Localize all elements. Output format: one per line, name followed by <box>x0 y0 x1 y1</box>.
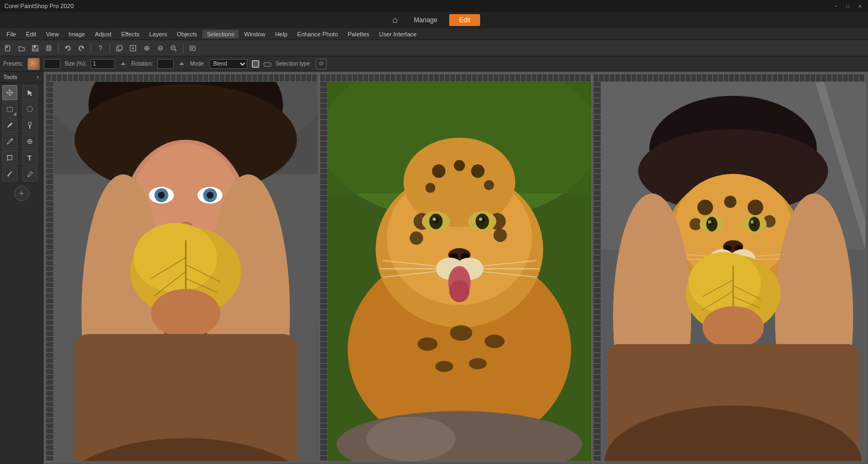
menu-selections[interactable]: Selections <box>202 30 239 38</box>
toolbar-separator-4 <box>183 43 183 53</box>
svg-line-34 <box>31 171 33 173</box>
crop-tool[interactable] <box>2 150 17 165</box>
ruler-left-3 <box>593 82 601 461</box>
script-button[interactable] <box>187 42 199 54</box>
redo-button[interactable] <box>75 42 87 54</box>
undo-button[interactable] <box>62 42 74 54</box>
presets-thumbnail[interactable] <box>28 58 40 70</box>
canvas-panel-woman <box>46 74 318 462</box>
open-button[interactable] <box>16 42 28 54</box>
menu-palettes[interactable]: Palettes <box>343 30 374 38</box>
canvas-panel-leopard <box>320 74 592 462</box>
maximize-button[interactable]: □ <box>844 3 852 10</box>
home-button[interactable]: ⌂ <box>388 15 402 25</box>
ruler-left-marks-1 <box>46 82 54 461</box>
toolbar-separator-2 <box>91 43 91 53</box>
menu-effects[interactable]: Effects <box>117 30 144 38</box>
mode-select[interactable]: Blend Normal Multiply <box>209 59 247 69</box>
edit-button[interactable]: Edit <box>449 14 480 26</box>
menu-layers[interactable]: Layers <box>145 30 171 38</box>
manage-button[interactable]: Manage <box>404 14 447 26</box>
text-tool[interactable]: T <box>22 150 37 165</box>
selection-settings-icon[interactable]: ⚙ <box>316 59 327 69</box>
leopard-image-content[interactable] <box>328 82 592 461</box>
move-tool[interactable] <box>2 85 17 100</box>
size-label: Size (%): <box>65 61 87 67</box>
leopard-image <box>328 82 592 461</box>
add-tool-button[interactable]: + <box>14 186 29 201</box>
selection-rect-icon[interactable] <box>264 62 271 67</box>
copy-merged-button[interactable] <box>113 42 125 54</box>
zoom-fit-button[interactable] <box>127 42 139 54</box>
leopard-svg <box>328 82 592 461</box>
tools-panel: Tools × <box>0 72 43 464</box>
svg-point-24 <box>27 106 33 112</box>
ruler-top-3 <box>593 74 865 82</box>
mode-label: Mode: <box>190 61 205 67</box>
menu-enhance-photo[interactable]: Enhance Photo <box>293 30 342 38</box>
svg-point-25 <box>28 122 31 125</box>
svg-marker-21 <box>121 62 125 65</box>
menu-help[interactable]: Help <box>271 30 292 38</box>
ruler-top-marks-3 <box>593 74 865 82</box>
svg-point-52 <box>133 223 217 292</box>
menu-edit[interactable]: Edit <box>22 30 41 38</box>
selection-square-icon[interactable] <box>252 60 259 68</box>
menu-view[interactable]: View <box>42 30 63 38</box>
minimize-button[interactable]: − <box>832 3 840 10</box>
color-picker-tool[interactable] <box>22 118 37 133</box>
woman-image-content[interactable] <box>54 82 318 461</box>
help-btn[interactable]: ? <box>94 42 106 54</box>
svg-rect-18 <box>190 46 195 50</box>
svg-point-44 <box>158 192 165 199</box>
retouch-tool[interactable] <box>2 166 17 182</box>
title-bar: Corel PaintShop Pro 2020 − □ × <box>0 0 868 12</box>
paint-brush-tool[interactable] <box>2 118 17 133</box>
svg-marker-9 <box>81 47 84 49</box>
zoom-out-button[interactable]: ⊖ <box>154 42 166 54</box>
save-button[interactable] <box>29 42 41 54</box>
rotation-input[interactable] <box>157 59 174 69</box>
paint-effects-tool[interactable] <box>2 134 17 149</box>
svg-point-100 <box>484 334 505 348</box>
size-input[interactable] <box>91 59 115 69</box>
svg-point-80 <box>432 217 436 221</box>
svg-point-112 <box>698 199 713 215</box>
toolbar-separator-3 <box>110 43 110 53</box>
ruler-left-2 <box>320 82 328 461</box>
menu-image[interactable]: Image <box>64 30 90 38</box>
svg-point-104 <box>366 417 456 461</box>
svg-point-114 <box>748 199 763 215</box>
svg-point-91 <box>449 280 469 302</box>
svg-point-68 <box>432 164 445 178</box>
svg-rect-7 <box>48 48 50 50</box>
freehand-select-tool[interactable] <box>22 101 37 117</box>
composite-image-content[interactable] <box>601 82 865 461</box>
svg-point-120 <box>708 220 711 223</box>
close-button[interactable]: × <box>856 3 864 10</box>
zoom-actual-button[interactable] <box>168 42 180 54</box>
menu-objects[interactable]: Objects <box>173 30 201 38</box>
eyedropper-tool[interactable] <box>22 166 37 182</box>
ruler-left-marks-3 <box>593 82 601 461</box>
woman-image <box>54 82 318 461</box>
presets-input[interactable] <box>44 59 60 69</box>
menu-bar: File Edit View Image Adjust Effects Laye… <box>0 28 868 40</box>
clone-tool[interactable] <box>22 134 37 149</box>
svg-point-84 <box>479 217 482 221</box>
tools-panel-close[interactable]: × <box>36 74 40 80</box>
shape-select-tool[interactable] <box>2 101 17 117</box>
print-button[interactable] <box>43 42 55 54</box>
svg-rect-0 <box>5 46 10 51</box>
select-arrow-tool[interactable] <box>22 85 37 100</box>
menu-adjust[interactable]: Adjust <box>91 30 116 38</box>
menu-user-interface[interactable]: User Interface <box>375 30 421 38</box>
menu-file[interactable]: File <box>2 30 21 38</box>
canvas-area <box>43 72 868 464</box>
ruler-top-marks-1 <box>46 74 318 82</box>
ruler-top-2 <box>320 74 592 82</box>
menu-window[interactable]: Window <box>240 30 270 38</box>
new-button[interactable] <box>2 42 14 54</box>
zoom-in-button[interactable]: ⊕ <box>141 42 152 54</box>
selection-type-label: Selection type: <box>276 61 311 67</box>
